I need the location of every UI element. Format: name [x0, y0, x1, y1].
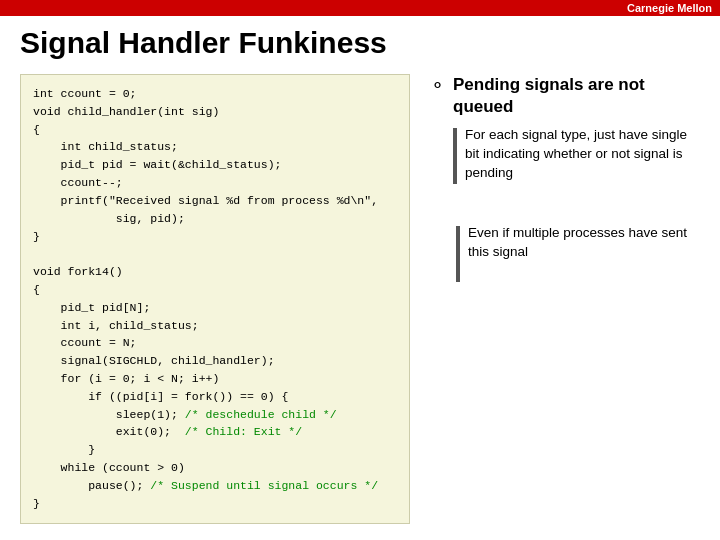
code-line-22: pause(); /* Suspend until signal occurs … [33, 479, 378, 492]
code-line-6: ccount--; [33, 176, 123, 189]
top-bar: Carnegie Mellon [0, 0, 720, 16]
sub-bullets-1: For each signal type, just have single b… [453, 126, 700, 184]
code-line-13: int i, child_status; [33, 319, 199, 332]
code-line-1: int ccount = 0; [33, 87, 137, 100]
page-title: Signal Handler Funkiness [20, 26, 700, 60]
sub-bullet-bar-2 [456, 226, 460, 282]
bullet-circle-1: ⚬ [430, 74, 445, 97]
code-line-20: } [33, 443, 95, 456]
main-content: Signal Handler Funkiness int ccount = 0;… [0, 16, 720, 534]
code-line-16: for (i = 0; i < N; i++) [33, 372, 219, 385]
sub-bullet-text-2: Even if multiple processes have sent thi… [468, 224, 700, 262]
code-line-15: signal(SIGCHLD, child_handler); [33, 354, 275, 367]
code-line-21: while (ccount > 0) [33, 461, 185, 474]
bullets: ⚬ Pending signals are not queued For eac… [426, 74, 700, 314]
code-line-14: ccount = N; [33, 336, 137, 349]
code-line-17: if ((pid[i] = fork()) == 0) { [33, 390, 288, 403]
code-block: int ccount = 0; void child_handler(int s… [20, 74, 410, 524]
main-bullet-1-content: Pending signals are not queued For each … [453, 74, 700, 198]
sub-bullets-2: Even if multiple processes have sent thi… [456, 224, 700, 282]
code-line-9: } [33, 230, 40, 243]
code-line-19: exit(0); /* Child: Exit */ [33, 425, 302, 438]
main-bullet-2-content: Even if multiple processes have sent thi… [430, 216, 700, 296]
code-line-18: sleep(1); /* deschedule child */ [33, 408, 337, 421]
code-line-10: void fork14() [33, 265, 123, 278]
main-bullet-2: Even if multiple processes have sent thi… [430, 216, 700, 296]
code-line-23: } [33, 497, 40, 510]
code-line-8: sig, pid); [33, 212, 185, 225]
main-bullet-1: ⚬ Pending signals are not queued For eac… [430, 74, 700, 198]
code-line-2: void child_handler(int sig) [33, 105, 219, 118]
code-line-3: { [33, 123, 40, 136]
code-line-4: int child_status; [33, 140, 178, 153]
sub-bullet-bar-1 [453, 128, 457, 184]
code-line-5: pid_t pid = wait(&child_status); [33, 158, 281, 171]
sub-bullet-item-1: For each signal type, just have single b… [453, 126, 700, 184]
content-row: int ccount = 0; void child_handler(int s… [20, 74, 700, 524]
sub-bullet-text-1: For each signal type, just have single b… [465, 126, 700, 183]
main-bullet-1-text: Pending signals are not queued [453, 74, 700, 118]
top-bar-label: Carnegie Mellon [627, 2, 712, 14]
sub-bullet-item-2: Even if multiple processes have sent thi… [456, 224, 700, 282]
code-line-11: { [33, 283, 40, 296]
code-line-7: printf("Received signal %d from process … [33, 194, 378, 207]
code-line-12: pid_t pid[N]; [33, 301, 150, 314]
